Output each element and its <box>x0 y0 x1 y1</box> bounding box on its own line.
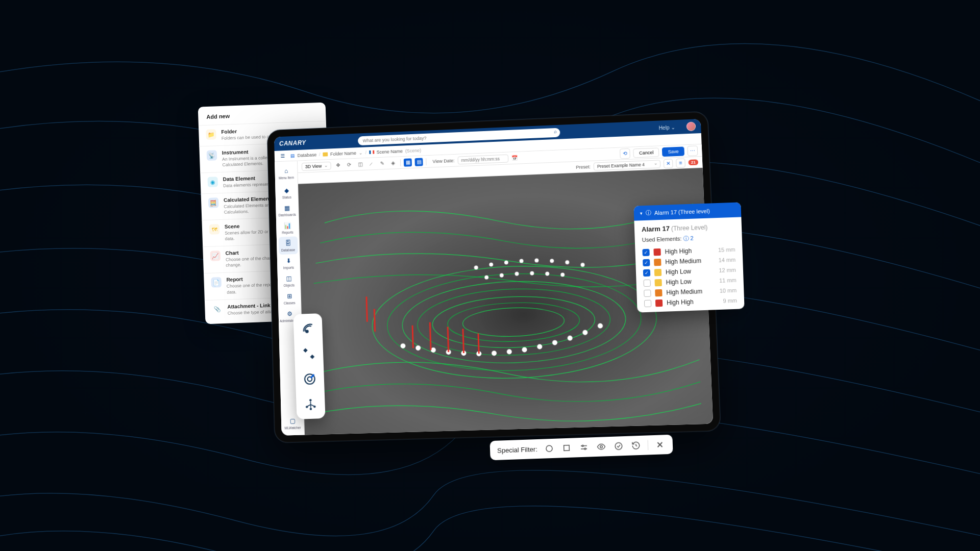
brand-logo: CANARY <box>279 139 306 147</box>
history-icon[interactable] <box>630 440 642 452</box>
sliders-icon[interactable] <box>578 441 590 453</box>
svg-point-7 <box>400 343 405 348</box>
check-circle-icon[interactable] <box>612 440 624 452</box>
crumb-root[interactable]: Database <box>297 152 316 158</box>
special-filter-label: Special Filter: <box>497 445 537 455</box>
level-checkbox[interactable] <box>644 290 651 297</box>
alarm-level-row: ✓High High15 mm <box>642 246 735 256</box>
crumb-scene[interactable]: Scene Name <box>377 148 403 155</box>
svg-point-8 <box>415 345 421 350</box>
nav-icon: 📊 <box>283 221 291 230</box>
calc-icon: 🧮 <box>208 197 219 208</box>
level-swatch <box>653 248 660 256</box>
edit-icon[interactable]: ✎ <box>378 159 386 167</box>
circle-icon[interactable] <box>543 443 555 455</box>
level-value: 9 mm <box>723 297 737 304</box>
menu-icon[interactable]: ☰ <box>278 153 286 159</box>
level-swatch <box>655 289 662 296</box>
nav-imports[interactable]: ⬇Imports <box>279 254 298 272</box>
sensor-markers <box>398 256 604 359</box>
search-icon[interactable]: ⌕ <box>554 129 557 134</box>
svg-point-30 <box>500 273 504 278</box>
preset-layers-icon[interactable]: ≡ <box>676 158 685 168</box>
level-label: High Low <box>666 277 715 286</box>
used-count[interactable]: 2 <box>690 235 694 241</box>
close-icon[interactable] <box>654 439 666 450</box>
nav-status[interactable]: ◆Status <box>277 184 297 202</box>
level-swatch <box>654 259 661 266</box>
svg-point-15 <box>522 347 527 352</box>
move-icon[interactable]: ✥ <box>334 161 342 169</box>
view-date-label: View Date: <box>432 158 454 164</box>
nav-database[interactable]: 🗄Database <box>278 236 298 255</box>
refresh-button[interactable]: ⟲ <box>620 148 630 159</box>
used-elements: Used Elements: ⓘ 2 <box>642 233 735 244</box>
nav-classes[interactable]: ⊞Classes <box>280 289 299 308</box>
chevron-down-icon[interactable]: ⌄ <box>359 150 363 155</box>
info-icon[interactable]: ⓘ <box>683 235 689 241</box>
grid-b-icon[interactable]: ▤ <box>415 158 423 166</box>
level-checkbox[interactable] <box>643 280 650 287</box>
flag-icon <box>369 151 374 154</box>
level-swatch <box>655 299 663 307</box>
svg-line-40 <box>366 296 367 321</box>
network-icon[interactable] <box>303 397 318 412</box>
svg-point-45 <box>309 399 311 401</box>
svg-point-54 <box>615 442 622 449</box>
crumb-folder[interactable]: Folder Name <box>330 151 356 157</box>
nav-dashboards[interactable]: ▦Dashboards <box>278 201 297 219</box>
nav-reports[interactable]: 📊Reports <box>278 219 297 237</box>
svg-point-1 <box>386 269 643 374</box>
alarm-subtitle: (Three Level) <box>671 224 708 232</box>
tag-icon[interactable]: ◈ <box>389 159 398 167</box>
svg-point-28 <box>580 263 584 267</box>
cube-icon[interactable]: ◫ <box>356 160 364 168</box>
svg-point-48 <box>310 408 312 410</box>
alarm-level-row: ✓High Low12 mm <box>643 266 736 277</box>
level-checkbox[interactable] <box>644 300 651 307</box>
chevron-down-icon: ⌄ <box>671 124 675 130</box>
svg-point-34 <box>560 272 565 277</box>
nav-icon: ⚙ <box>286 310 294 318</box>
more-button[interactable]: ⋯ <box>687 145 698 156</box>
level-checkbox[interactable]: ✓ <box>642 249 649 256</box>
level-checkbox[interactable]: ✓ <box>643 269 650 277</box>
svg-point-17 <box>552 340 557 345</box>
target-icon[interactable] <box>302 372 317 387</box>
grid-a-icon[interactable]: ▦ <box>404 158 412 166</box>
measure-icon[interactable]: ⟋ <box>367 160 375 168</box>
level-value: 15 mm <box>718 246 736 253</box>
chart-icon: 📈 <box>210 251 221 262</box>
calendar-icon[interactable]: 📅 <box>511 155 518 161</box>
level-label: High Low <box>666 267 715 276</box>
alarm-popup: ▾ ⓘ Alarm 17 (Three level) Alarm 17 (Thr… <box>633 202 744 312</box>
save-button[interactable]: Save <box>662 146 684 157</box>
cancel-button[interactable]: Cancel <box>633 147 659 158</box>
level-value: 12 mm <box>719 267 736 273</box>
nav-icon: ▦ <box>283 204 291 212</box>
data-icon: ◉ <box>207 177 218 187</box>
nav-objects[interactable]: ◫Objects <box>279 271 299 290</box>
view-date-input[interactable] <box>457 154 508 164</box>
nav-icon: ⊞ <box>285 292 293 300</box>
level-value: 14 mm <box>718 257 736 263</box>
eye-icon[interactable] <box>595 441 607 453</box>
svg-point-13 <box>492 350 497 356</box>
alarm-level-row: High Medium10 mm <box>644 287 737 297</box>
radar-icon[interactable] <box>301 321 315 336</box>
svg-point-2 <box>401 278 627 366</box>
satellite-icon[interactable] <box>302 346 316 361</box>
svg-point-52 <box>584 448 586 449</box>
level-checkbox[interactable]: ✓ <box>643 259 650 266</box>
view-mode-select[interactable]: 3D View <box>302 161 331 170</box>
info-icon: ⓘ <box>646 209 652 217</box>
preset-badge: 21 <box>689 159 699 165</box>
help-menu[interactable]: Help⌄ <box>658 124 675 131</box>
square-icon[interactable] <box>560 442 572 454</box>
preset-select[interactable]: Preset Example Name 4 <box>594 160 661 170</box>
preset-action-icon[interactable]: ✕ <box>664 159 673 168</box>
nav-menu-item[interactable]: ⌂Menu Item <box>277 164 296 183</box>
monitor-icon: ▢ <box>288 417 297 425</box>
avatar[interactable] <box>686 121 696 131</box>
rotate-icon[interactable]: ⟳ <box>345 161 353 169</box>
